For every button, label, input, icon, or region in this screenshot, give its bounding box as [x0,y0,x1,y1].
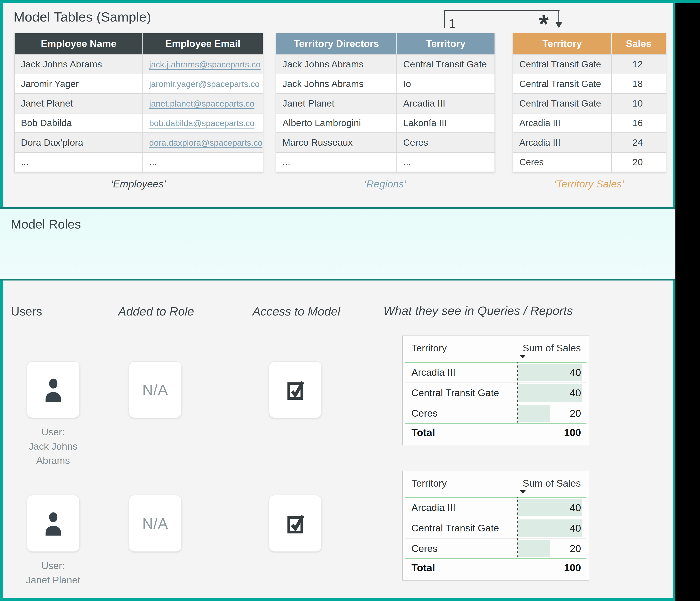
director-cell: Janet Planet [276,94,397,113]
territory-cell: Central Transit Gate [397,55,495,74]
sort-descending-icon[interactable] [520,490,526,494]
report-total-value: 100 [564,562,581,574]
email-link[interactable]: jack.j.abrams@spaceparts.co [149,60,260,69]
employees-caption: ‘Employees’ [62,178,215,190]
employee-name-cell: Jack Johns Abrams [15,55,143,74]
director-cell: Marco Russeaux [276,133,397,152]
report-territory: Arcadia III [411,362,456,382]
ellipsis-cell: ... [397,152,495,172]
user-caption-line: User: [7,558,99,573]
access-to-model-card-jack [269,361,322,418]
regions-caption: ‘Regions’ [309,178,461,190]
report-territory: Ceres [411,403,438,423]
director-cell: Jack Johns Abrams [276,74,397,94]
report-total-value: 100 [564,426,581,439]
report-territory: Central Transit Gate [411,518,499,538]
ellipsis-cell: ... [276,152,397,172]
report-sales-value: 40 [570,518,581,538]
sales-col-sales: Sales [611,33,666,55]
report-row: Arcadia III 40 [403,498,589,518]
territory-cell: Lakonía III [397,113,495,133]
data-bar [519,405,550,422]
table-row: Alberto Lambrogini Lakonía III [276,113,495,133]
territory-cell: Ceres [513,152,611,172]
sales-cell: 20 [611,152,666,172]
regions-table: Territory Directors Territory Jack Johns… [276,33,495,172]
table-row: Arcadia III 16 [513,113,666,133]
report-col-territory: Territory [411,343,447,354]
report-territory: Arcadia III [411,498,456,518]
total-rule [405,558,586,559]
total-rule [405,423,586,424]
data-bar [519,540,550,557]
access-to-model-column-header: Access to Model [231,304,361,318]
employees-table: Employee Name Employee Email Jack Johns … [14,33,263,172]
model-roles-title: Model Roles [11,217,81,231]
user-caption-line: User: [7,425,99,439]
email-link[interactable]: bob.dabilda@spaceparts.co [149,119,254,128]
access-to-model-card-janet [269,495,322,552]
report-total-label: Total [411,426,435,439]
employee-name-cell: Bob Dabilda [15,113,143,133]
ellipsis-cell: ... [15,152,143,172]
report-row: Ceres 20 [403,539,589,558]
model-tables-title: Model Tables (Sample) [14,9,151,25]
email-link[interactable]: janet.planet@spaceparts.co [149,99,254,108]
employees-col-name: Employee Name [15,33,143,55]
reports-column-header: What they see in Queries / Reports [383,304,573,318]
sales-col-territory: Territory [513,33,611,55]
users-column-header: Users [11,304,42,318]
territory-cell: Io [397,74,495,94]
employee-name-cell: Jaromir Yager [15,74,143,94]
user-card-jack [27,361,80,418]
relationship-arrowhead-icon [555,22,562,28]
user-caption-janet: User: Janet Planet [7,558,99,587]
ellipsis-cell: ... [143,152,263,172]
sales-cell: 18 [611,74,666,94]
user-caption-line: Abrams [7,453,99,468]
table-row: Marco Russeaux Ceres [276,133,495,152]
report-table-jack: Territory Sum of Sales Arcadia III 40 Ce… [402,335,589,445]
territory-cell: Central Transit Gate [513,94,611,113]
table-row: Janet Planet Arcadia III [276,94,495,113]
employee-email-cell: janet.planet@spaceparts.co [143,94,263,113]
report-sales-value: 40 [570,498,581,518]
user-card-janet [27,495,80,552]
employee-email-cell: dora.daxplora@spaceparts.co [143,133,263,152]
territory-cell: Ceres [397,133,495,152]
table-row: Ceres 20 [513,152,666,172]
report-row: Central Transit Gate 40 [403,383,589,403]
territory-cell: Central Transit Gate [513,74,611,94]
table-row: Dora Dax’plora dora.daxplora@spaceparts.… [15,133,263,152]
relationship-many-label: * [539,11,549,36]
column-divider-dotted [517,362,518,423]
model-roles-band: Model Roles [0,207,675,280]
report-sales-value: 20 [570,539,581,558]
report-territory: Central Transit Gate [411,383,499,403]
sort-descending-icon[interactable] [520,355,526,358]
user-caption-jack: User: Jack Johns Abrams [7,425,99,468]
checked-checkbox-icon [286,379,305,401]
director-cell: Alberto Lambrogini [276,113,397,133]
report-row: Arcadia III 40 [403,362,589,382]
report-table-janet: Territory Sum of Sales Arcadia III 40 Ce… [402,471,589,580]
user-icon [41,510,66,536]
table-row: Jack Johns Abrams Central Transit Gate [276,55,495,74]
email-link[interactable]: jaromir.yager@spaceparts.co [149,79,260,89]
user-caption-line: Jack Johns [7,439,99,454]
table-row: Arcadia III 24 [513,133,666,152]
territory-sales-caption: ‘Territory Sales’ [513,178,665,190]
na-label: N/A [142,381,168,398]
employee-email-cell: bob.dabilda@spaceparts.co [143,113,263,133]
added-to-role-card-janet: N/A [129,495,181,552]
email-link[interactable]: dora.daxplora@spaceparts.co [149,138,262,147]
report-sales-value: 40 [570,362,581,382]
relationship-line-one-end [444,10,445,28]
employee-email-cell: jack.j.abrams@spaceparts.co [143,55,263,74]
territory-cell: Central Transit Gate [513,55,611,74]
sales-cell: 24 [611,133,666,152]
table-row-ellipsis: ... ... [15,152,263,172]
regions-col-territory: Territory [397,33,495,55]
employees-col-email: Employee Email [143,33,263,55]
added-to-role-column-header: Added to Role [91,304,221,318]
